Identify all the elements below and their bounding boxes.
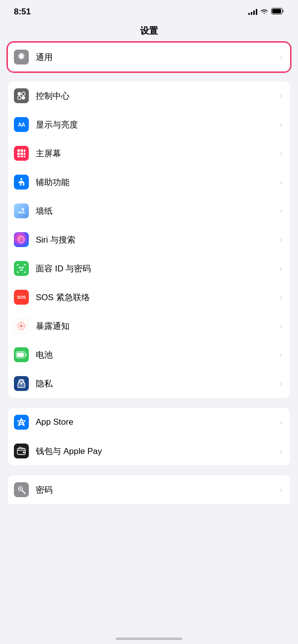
svg-point-18 — [22, 208, 24, 211]
display-label: 显示与亮度 — [36, 119, 277, 130]
svg-point-6 — [18, 96, 21, 100]
settings-row-accessibility[interactable]: 辅助功能 › — [8, 168, 290, 196]
svg-point-4 — [18, 92, 21, 96]
settings-group-display: 控制中心 › AA 显示与亮度 › 主屏幕 › — [8, 81, 290, 398]
siri-chevron: › — [280, 236, 282, 244]
sos-chevron: › — [280, 293, 282, 301]
svg-rect-29 — [17, 353, 24, 357]
app-store-icon — [14, 415, 29, 430]
svg-point-21 — [19, 267, 20, 268]
display-icon: AA — [14, 117, 29, 132]
privacy-label: 隐私 — [36, 378, 277, 389]
settings-row-privacy[interactable]: 隐私 › — [8, 369, 290, 398]
svg-point-19 — [18, 236, 25, 243]
svg-rect-10 — [24, 149, 25, 152]
svg-rect-30 — [19, 384, 24, 387]
svg-rect-13 — [24, 153, 25, 155]
accessibility-icon — [14, 175, 29, 190]
svg-rect-15 — [21, 156, 23, 157]
exposure-icon — [14, 319, 29, 333]
svg-rect-11 — [17, 153, 20, 155]
settings-row-sos[interactable]: SOS SOS 紧急联络 › — [8, 283, 290, 312]
settings-group-general: 通用 › — [8, 43, 290, 71]
svg-point-22 — [22, 267, 23, 268]
battery-label: 电池 — [36, 349, 277, 361]
display-chevron: › — [280, 121, 282, 129]
faceid-icon — [14, 261, 29, 276]
svg-rect-28 — [25, 353, 27, 356]
svg-point-5 — [22, 92, 25, 96]
settings-row-display[interactable]: AA 显示与亮度 › — [8, 110, 290, 139]
wallet-label: 钱包与 Apple Pay — [36, 446, 277, 457]
svg-point-23 — [20, 325, 22, 327]
control-center-chevron: › — [280, 92, 282, 100]
svg-rect-1 — [283, 10, 284, 12]
general-label: 通用 — [36, 52, 277, 63]
home-screen-icon — [14, 146, 29, 161]
svg-rect-2 — [272, 9, 281, 13]
control-center-icon — [14, 88, 29, 103]
home-screen-label: 主屏幕 — [36, 148, 277, 159]
wallet-chevron: › — [280, 447, 282, 455]
settings-row-faceid[interactable]: 面容 ID 与密码 › — [8, 254, 290, 283]
wallpaper-icon — [14, 203, 29, 218]
exposure-label: 暴露通知 — [36, 321, 277, 332]
home-bar — [116, 638, 182, 640]
status-icons — [248, 7, 284, 16]
siri-icon — [14, 232, 29, 247]
svg-point-34 — [20, 488, 21, 490]
svg-rect-16 — [24, 156, 25, 157]
privacy-chevron: › — [280, 380, 282, 387]
svg-rect-32 — [23, 451, 25, 453]
status-bar: 8:51 — [0, 0, 298, 21]
wallpaper-chevron: › — [280, 207, 282, 215]
page-title: 设置 — [0, 21, 298, 43]
svg-point-20 — [19, 236, 23, 243]
exposure-chevron: › — [280, 322, 282, 330]
app-store-chevron: › — [280, 418, 282, 426]
battery-icon — [271, 7, 284, 16]
accessibility-chevron: › — [280, 178, 282, 186]
wifi-icon — [260, 7, 268, 16]
svg-point-7 — [22, 96, 25, 100]
svg-rect-8 — [17, 149, 20, 152]
sos-icon: SOS — [14, 290, 29, 305]
accessibility-label: 辅助功能 — [36, 177, 277, 188]
settings-group-store: App Store › 钱包与 Apple Pay › — [8, 408, 290, 465]
general-chevron: › — [280, 53, 282, 61]
sos-label: SOS 紧急联络 — [36, 292, 277, 303]
siri-label: Siri 与搜索 — [36, 234, 277, 246]
battery-icon — [14, 347, 29, 362]
settings-row-exposure[interactable]: 暴露通知 › — [8, 312, 290, 340]
signal-icon — [248, 9, 257, 15]
faceid-label: 面容 ID 与密码 — [36, 263, 277, 274]
control-center-label: 控制中心 — [36, 90, 277, 102]
settings-row-wallpaper[interactable]: 墙纸 › — [8, 196, 290, 225]
settings-group-password: 密码 › — [8, 475, 290, 504]
home-screen-chevron: › — [280, 149, 282, 157]
settings-row-siri[interactable]: Siri 与搜索 › — [8, 225, 290, 254]
wallet-icon — [14, 444, 29, 458]
settings-row-battery[interactable]: 电池 › — [8, 340, 290, 369]
general-icon — [14, 50, 29, 64]
svg-point-17 — [20, 178, 22, 180]
settings-row-home-screen[interactable]: 主屏幕 › — [8, 139, 290, 168]
battery-chevron: › — [280, 351, 282, 359]
password-label: 密码 — [36, 484, 277, 496]
settings-row-wallet[interactable]: 钱包与 Apple Pay › — [8, 437, 290, 465]
settings-row-general[interactable]: 通用 › — [8, 43, 290, 71]
app-store-label: App Store — [36, 417, 277, 427]
svg-rect-12 — [21, 153, 23, 155]
settings-row-control-center[interactable]: 控制中心 › — [8, 81, 290, 110]
password-chevron: › — [280, 486, 282, 494]
status-time: 8:51 — [14, 7, 31, 17]
faceid-chevron: › — [280, 264, 282, 272]
password-icon — [14, 482, 29, 497]
settings-row-app-store[interactable]: App Store › — [8, 408, 290, 437]
wallpaper-label: 墙纸 — [36, 205, 277, 217]
svg-rect-9 — [21, 149, 23, 152]
settings-row-password[interactable]: 密码 › — [8, 475, 290, 504]
svg-rect-14 — [17, 156, 20, 157]
privacy-icon — [14, 376, 29, 391]
